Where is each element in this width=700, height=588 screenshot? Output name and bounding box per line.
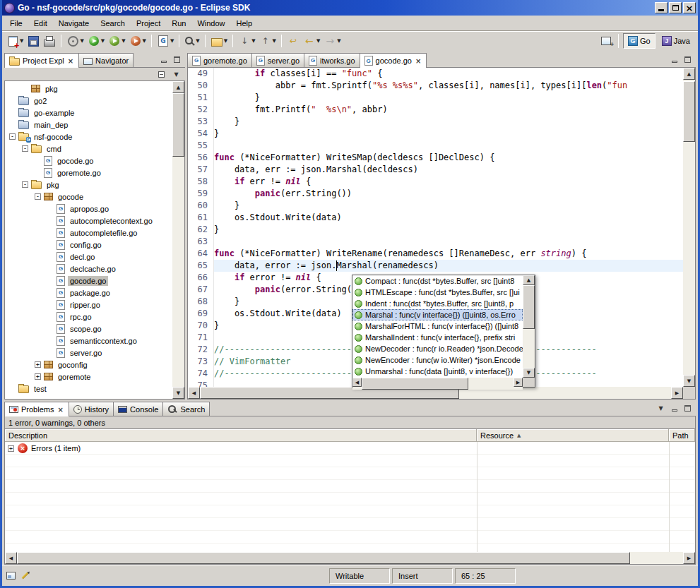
popup-vertical-scrollbar[interactable]: ▲ ▼ <box>523 275 535 378</box>
tab-gocode-go[interactable]: gocode.go× <box>360 53 427 68</box>
scroll-left-button[interactable]: ◀ <box>188 387 200 399</box>
tree-item[interactable]: goremote.go <box>5 167 172 179</box>
open-perspective-icon[interactable] <box>600 35 614 47</box>
tab-problems[interactable]: Problems× <box>4 402 69 416</box>
minimize-view-button[interactable] <box>669 404 680 414</box>
scroll-right-button[interactable]: ▶ <box>514 378 523 387</box>
next-annotation-button[interactable]: ▼ <box>237 33 256 49</box>
collapse-icon[interactable]: - <box>22 145 28 152</box>
minimize-editor-button[interactable] <box>669 55 680 65</box>
scroll-up-button[interactable]: ▲ <box>172 81 184 93</box>
tab-search[interactable]: Search <box>162 402 210 416</box>
titlebar[interactable]: Go - nsf-gocode/src/pkg/gocode/gocode.go… <box>2 0 698 16</box>
menu-search[interactable]: Search <box>95 17 131 30</box>
tree-item[interactable]: decl.go <box>5 251 172 263</box>
scroll-up-button[interactable]: ▲ <box>523 275 535 285</box>
scroll-left-button[interactable]: ◀ <box>5 552 17 564</box>
tree-item[interactable]: package.go <box>5 287 172 299</box>
scroll-track[interactable] <box>362 378 514 390</box>
tree-item[interactable]: semanticcontext.go <box>5 335 172 347</box>
minimize-view-button[interactable] <box>158 55 169 65</box>
scroll-track[interactable] <box>172 93 184 387</box>
tree-item[interactable]: -gocode <box>5 191 172 203</box>
menu-navigate[interactable]: Navigate <box>53 17 95 30</box>
forward-button[interactable]: ▼ <box>322 33 342 49</box>
close-button[interactable]: × <box>683 2 696 13</box>
view-menu-button[interactable]: ▼ <box>171 69 182 79</box>
scroll-track[interactable] <box>683 80 695 375</box>
edit-mode-button[interactable] <box>18 571 29 581</box>
scroll-track[interactable] <box>523 285 535 368</box>
back-button[interactable]: ▼ <box>302 33 321 49</box>
scroll-track[interactable] <box>17 552 683 564</box>
explorer-scrollbar[interactable]: ▲ ▼ <box>172 81 184 399</box>
menu-help[interactable]: Help <box>231 17 259 30</box>
scroll-thumb[interactable] <box>523 285 535 329</box>
tree-item[interactable]: autocompletecontext.go <box>5 215 172 227</box>
perspective-go[interactable]: Go <box>623 33 655 49</box>
column-header-path[interactable]: Path <box>669 429 695 441</box>
tree-item[interactable]: rpc.go <box>5 311 172 323</box>
menu-file[interactable]: File <box>4 17 28 30</box>
tree-item[interactable]: pkg <box>5 83 172 95</box>
editor-vertical-scrollbar[interactable]: ▲ ▼ <box>683 68 695 387</box>
tree-item[interactable]: scope.go <box>5 323 172 335</box>
menu-edit[interactable]: Edit <box>28 17 53 30</box>
scroll-down-button[interactable]: ▼ <box>172 387 184 399</box>
completion-item[interactable]: Compact : func(dst *bytes.Buffer, src []… <box>352 275 523 287</box>
table-body[interactable]: +×Errors (1 item) <box>5 442 695 552</box>
tree-item[interactable]: main_dep <box>5 119 172 131</box>
completion-item[interactable]: Indent : func(dst *bytes.Buffer, src []u… <box>352 298 523 309</box>
completion-item[interactable]: HTMLEscape : func(dst *bytes.Buffer, src… <box>352 287 523 298</box>
tree-item[interactable]: +goremote <box>5 371 172 383</box>
collapse-icon[interactable]: - <box>35 193 41 200</box>
close-tab-icon[interactable]: × <box>415 57 422 65</box>
close-tab-icon[interactable]: × <box>67 57 74 65</box>
problems-horizontal-scrollbar[interactable]: ◀ ▶ <box>5 552 695 564</box>
tree-item[interactable]: -pkg <box>5 179 172 191</box>
last-edit-location-button[interactable] <box>285 33 301 49</box>
tree-item[interactable]: config.go <box>5 239 172 251</box>
tree-item[interactable]: +goconfig <box>5 359 172 371</box>
tab-server-go[interactable]: server.go <box>251 53 304 67</box>
view-menu-button[interactable]: ▼ <box>655 404 666 414</box>
tab-console[interactable]: Console <box>113 402 163 416</box>
completion-list[interactable]: Compact : func(dst *bytes.Buffer, src []… <box>352 275 523 378</box>
menu-window[interactable]: Window <box>191 17 230 30</box>
scroll-down-button[interactable]: ▼ <box>523 368 535 378</box>
maximize-view-button[interactable] <box>682 404 693 414</box>
tab-navigator[interactable]: Navigator <box>78 53 134 67</box>
scroll-right-button[interactable]: ▶ <box>671 387 683 399</box>
tree-item[interactable]: server.go <box>5 347 172 359</box>
expand-icon[interactable]: + <box>8 445 14 452</box>
new-go-file-button[interactable]: ▼ <box>155 33 175 49</box>
collapse-icon[interactable]: - <box>22 181 28 188</box>
tree-item[interactable]: ripper.go <box>5 299 172 311</box>
scroll-down-button[interactable]: ▼ <box>683 375 695 387</box>
save-button[interactable] <box>25 33 41 49</box>
tab-goremote-go[interactable]: goremote.go <box>187 53 252 67</box>
collapse-icon[interactable]: - <box>9 133 16 140</box>
column-header-description[interactable]: Description <box>5 429 477 441</box>
perspective-java[interactable]: Java <box>657 33 695 49</box>
tree-item[interactable]: gocode.go <box>5 275 172 287</box>
scroll-thumb[interactable] <box>172 93 184 157</box>
completion-item[interactable]: Marshal : func(v interface{}) ([]uint8, … <box>352 309 523 320</box>
tree-item[interactable]: apropos.go <box>5 203 172 215</box>
tree-item[interactable]: declcache.go <box>5 263 172 275</box>
prev-annotation-button[interactable]: ▼ <box>258 33 278 49</box>
expand-icon[interactable]: + <box>35 361 41 368</box>
completion-item[interactable]: MarshalIndent : func(v interface{}, pref… <box>352 332 523 343</box>
external-tools-button[interactable]: ▼ <box>65 33 85 49</box>
menu-project[interactable]: Project <box>131 17 166 30</box>
tree-item[interactable]: autocompletefile.go <box>5 227 172 239</box>
scroll-thumb[interactable] <box>683 81 695 142</box>
maximize-button[interactable] <box>669 2 682 13</box>
scroll-thumb[interactable] <box>17 552 630 564</box>
coverage-button[interactable]: ▼ <box>107 33 126 49</box>
tab-project-expl[interactable]: Project Expl× <box>4 53 79 68</box>
scroll-thumb[interactable] <box>362 378 468 390</box>
popup-horizontal-scrollbar[interactable]: ◀ ▶ <box>352 378 523 390</box>
completion-item[interactable]: Unmarshal : func(data []uint8, v interfa… <box>352 366 523 377</box>
run-button[interactable]: ▼ <box>86 33 106 49</box>
